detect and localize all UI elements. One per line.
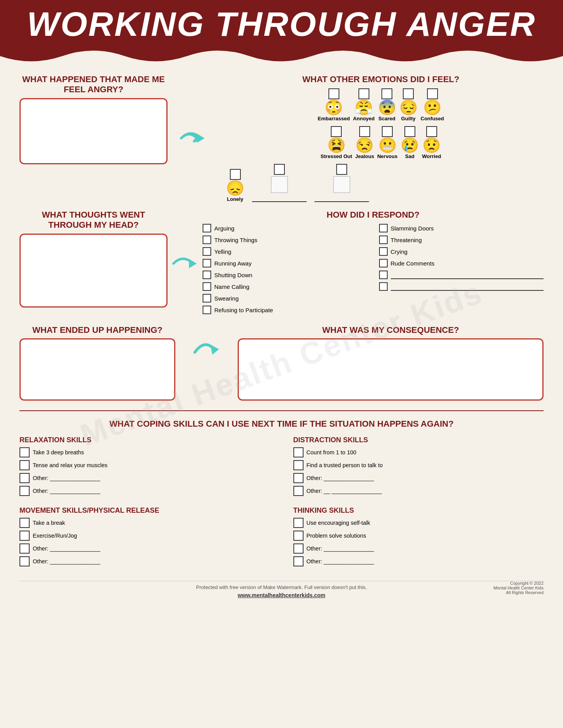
slamming-checkbox[interactable] xyxy=(379,224,388,232)
distract-item4: Other: __ ________________ xyxy=(293,486,544,496)
respond-col2: Slamming Doors Threatening Crying Rude C… xyxy=(379,224,544,317)
custom-resp2-checkbox[interactable] xyxy=(379,282,388,291)
relaxation-title: RELAXATION SKILLS xyxy=(19,436,270,444)
shutting-checkbox[interactable] xyxy=(203,271,211,279)
namecalling-checkbox[interactable] xyxy=(203,282,211,291)
relax3-checkbox[interactable] xyxy=(19,473,30,483)
throwing-label: Throwing Things xyxy=(214,237,258,243)
thoughts-textbox[interactable] xyxy=(19,234,168,308)
think1-label: Use encouraging self-talk xyxy=(307,520,371,526)
relax-item4: Other: ________________ xyxy=(19,486,270,496)
thinking-box: THINKING SKILLS Use encouraging self-tal… xyxy=(293,506,544,569)
annoyed-label: Annoyed xyxy=(353,116,375,121)
relax4-checkbox[interactable] xyxy=(19,486,30,496)
emotions-row3: 😞 Lonely xyxy=(226,164,544,202)
crying-checkbox[interactable] xyxy=(379,247,388,256)
footer-text: Protected with free version of Make Wate… xyxy=(19,581,544,590)
arrow3-container xyxy=(191,337,222,362)
throwing-checkbox[interactable] xyxy=(203,236,211,244)
distract4-checkbox[interactable] xyxy=(293,486,304,496)
scared-checkbox[interactable] xyxy=(381,88,392,99)
happened-textbox[interactable] xyxy=(19,338,175,401)
confused-label: Confused xyxy=(421,116,444,121)
movement-title: MOVEMENT SKILLS/PHYSICAL RELEASE xyxy=(19,506,270,515)
think4-checkbox[interactable] xyxy=(293,556,304,566)
threatening-checkbox[interactable] xyxy=(379,236,388,244)
lonely-checkbox[interactable] xyxy=(230,169,241,180)
respond-rude: Rude Comments xyxy=(379,259,544,267)
nervous-checkbox[interactable] xyxy=(382,126,393,137)
respond-running: Running Away xyxy=(203,259,367,267)
happened-label: WHAT ENDED UP HAPPENING? xyxy=(19,325,175,335)
yelling-label: Yelling xyxy=(214,248,231,255)
jealous-label: Jealous xyxy=(355,153,374,159)
respond-title: HOW DID I RESPOND? xyxy=(203,210,544,220)
move2-checkbox[interactable] xyxy=(19,531,30,541)
custom-resp1-checkbox[interactable] xyxy=(379,271,388,279)
custom-emotion1-checkbox[interactable] xyxy=(274,164,285,175)
move4-checkbox[interactable] xyxy=(19,556,30,566)
swearing-checkbox[interactable] xyxy=(203,294,211,302)
think2-label: Problem solve solutions xyxy=(307,533,366,539)
top-section: WHAT HAPPENED THAT MADE ME FEEL ANGRY? W… xyxy=(19,74,544,202)
think-item4: Other: ________________ xyxy=(293,556,544,566)
relax2-checkbox[interactable] xyxy=(19,460,30,470)
thinking-title: THINKING SKILLS xyxy=(293,506,544,515)
jealous-checkbox[interactable] xyxy=(359,126,370,137)
nervous-face: 😬 xyxy=(378,138,397,153)
think4-label: Other: ________________ xyxy=(307,558,374,564)
stressed-checkbox[interactable] xyxy=(331,126,342,137)
angry-section: WHAT HAPPENED THAT MADE ME FEEL ANGRY? xyxy=(19,74,168,202)
relax-item2: Tense and relax your muscles xyxy=(19,460,270,470)
angry-textbox[interactable] xyxy=(19,98,168,164)
running-checkbox[interactable] xyxy=(203,259,211,267)
rude-checkbox[interactable] xyxy=(379,259,388,267)
think3-checkbox[interactable] xyxy=(293,543,304,554)
shutting-label: Shutting Down xyxy=(214,272,252,278)
respond-yelling: Yelling xyxy=(203,247,367,256)
guilty-label: Guilty xyxy=(401,116,416,121)
guilty-checkbox[interactable] xyxy=(403,88,414,99)
move3-checkbox[interactable] xyxy=(19,543,30,554)
custom-resp1-line xyxy=(391,271,544,279)
arguing-checkbox[interactable] xyxy=(203,224,211,232)
annoyed-checkbox[interactable] xyxy=(358,88,369,99)
distract3-checkbox[interactable] xyxy=(293,473,304,483)
website-link[interactable]: www.mentalhealthcenterkids.com xyxy=(238,592,325,598)
header: WORKING THROUGH ANGER xyxy=(0,0,563,45)
coping-section: WHAT COPING SKILLS CAN I USE NEXT TIME I… xyxy=(19,410,544,569)
refusing-checkbox[interactable] xyxy=(203,306,211,314)
confused-checkbox[interactable] xyxy=(427,88,438,99)
custom-emotion2-checkbox[interactable] xyxy=(336,164,347,175)
arrow1-container xyxy=(179,74,206,202)
movement-box: MOVEMENT SKILLS/PHYSICAL RELEASE Take a … xyxy=(19,506,270,569)
distract4-label: Other: __ ________________ xyxy=(307,488,382,494)
think-item1: Use encouraging self-talk xyxy=(293,518,544,528)
move1-checkbox[interactable] xyxy=(19,518,30,528)
relax-item1: Take 3 deep breaths xyxy=(19,447,270,457)
distract3-label: Other: ________________ xyxy=(307,475,374,481)
worried-label: Worried xyxy=(422,153,441,159)
move-item1: Take a break xyxy=(19,518,270,528)
protected-text: Protected with free version of Make Wate… xyxy=(196,584,367,590)
emotion-guilty: 😔 Guilty xyxy=(399,88,418,121)
relax1-checkbox[interactable] xyxy=(19,447,30,457)
custom-emotion-1 xyxy=(252,164,307,202)
relax3-label: Other: ________________ xyxy=(33,475,100,481)
respond-col1: Arguing Throwing Things Yelling Running … xyxy=(203,224,367,317)
think-item3: Other: ________________ xyxy=(293,543,544,554)
confused-face: 😕 xyxy=(423,100,441,115)
think1-checkbox[interactable] xyxy=(293,518,304,528)
worried-face: 😟 xyxy=(422,138,441,153)
distract1-checkbox[interactable] xyxy=(293,447,304,457)
yelling-checkbox[interactable] xyxy=(203,247,211,256)
consequence-textbox[interactable] xyxy=(238,338,544,401)
worried-checkbox[interactable] xyxy=(426,126,437,137)
middle-section: WHAT THOUGHTS WENT THROUGH MY HEAD? HOW … xyxy=(19,210,544,317)
footer-website[interactable]: www.mentalhealthcenterkids.com xyxy=(19,592,544,599)
think2-checkbox[interactable] xyxy=(293,531,304,541)
sad-checkbox[interactable] xyxy=(404,126,415,137)
refusing-label: Refusing to Participate xyxy=(214,307,273,313)
embarrassed-checkbox[interactable] xyxy=(328,88,339,99)
distract2-checkbox[interactable] xyxy=(293,460,304,470)
